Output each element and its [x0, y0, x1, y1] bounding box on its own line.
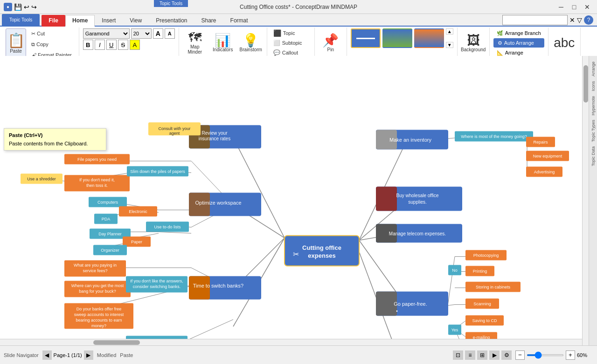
decrease-font-button[interactable]: A: [165, 28, 175, 39]
svg-rect-130: [376, 187, 397, 211]
copy-icon: ⧉: [31, 41, 35, 48]
help-icon[interactable]: ?: [584, 15, 593, 25]
horizontal-scroll-thumb[interactable]: [93, 340, 140, 345]
increase-font-button[interactable]: A: [153, 28, 163, 39]
zoom-slider[interactable]: [527, 354, 564, 356]
svg-text:New equipment: New equipment: [533, 154, 562, 158]
indicators-button[interactable]: 📊 Indicators: [211, 28, 235, 57]
theme-scroll-down[interactable]: ▼: [446, 42, 453, 48]
pin-button[interactable]: 📌 Pin: [319, 28, 343, 57]
svg-line-48: [448, 305, 455, 306]
status-right: ⊡ ≡ ⊞ ▶ ⚙ − + 60%: [453, 350, 593, 360]
svg-text:bearing accounts to earn: bearing accounts to earn: [76, 318, 122, 323]
fit-view-button[interactable]: ⊡: [453, 350, 463, 360]
svg-text:PDA: PDA: [102, 217, 111, 221]
topic-tools-header[interactable]: Topic Tools: [2, 14, 40, 26]
tab-file[interactable]: File: [42, 15, 65, 27]
panel-topic-data[interactable]: Topic Data: [591, 144, 596, 168]
canvas-area: Paste (Ctrl+V) Paste contents from the C…: [0, 56, 589, 345]
svg-text:Consult with your: Consult with your: [158, 126, 190, 131]
title-bar-left: ● 💾 ↩ ↪: [4, 3, 37, 11]
svg-text:If you don't need it,: If you don't need it,: [79, 178, 115, 182]
minimize-button[interactable]: ─: [555, 2, 567, 12]
horizontal-scrollbar[interactable]: [0, 339, 589, 345]
brainstorm-button[interactable]: 💡 Brainstorm: [239, 28, 263, 57]
theme-scroll-up[interactable]: ▲: [446, 28, 453, 34]
svg-text:What are you paying in: What are you paying in: [74, 263, 117, 268]
svg-text:agent: agent: [169, 131, 180, 136]
svg-text:Manage telecom expenses.: Manage telecom expenses.: [389, 231, 446, 236]
zoom-in-button[interactable]: +: [566, 350, 575, 360]
panel-topic-types[interactable]: Topic Types: [591, 118, 596, 144]
strikethrough-button[interactable]: S: [118, 40, 128, 50]
search-input[interactable]: [502, 15, 568, 25]
svg-text:•: •: [396, 309, 398, 314]
search-filter-icon[interactable]: ▽: [577, 16, 582, 24]
svg-text:Go paper-free.: Go paper-free.: [394, 301, 427, 307]
theme-1[interactable]: [351, 28, 381, 48]
undo-icon[interactable]: ↩: [24, 3, 29, 11]
underline-button[interactable]: U: [106, 40, 117, 50]
status-bar: Slide Navigator ◀ Page-1 (1/1) ▶ Modifie…: [0, 345, 597, 364]
background-label: Background: [461, 47, 486, 52]
copy-button[interactable]: ⧉ Copy: [28, 39, 75, 49]
panel-hypernote[interactable]: Hypernote: [591, 94, 596, 117]
font-size-select[interactable]: 20: [131, 28, 152, 39]
arrange-branch-button[interactable]: 🌿 Arrange Branch: [493, 28, 544, 38]
highlight-button[interactable]: A: [130, 40, 140, 50]
svg-text:supplies.: supplies.: [408, 199, 426, 205]
map-theme-content: ▲ ▼: [351, 28, 453, 55]
theme-2[interactable]: [382, 28, 412, 48]
settings2-button[interactable]: ⚙: [501, 350, 512, 360]
tab-home[interactable]: Home: [65, 15, 95, 27]
svg-text:Printing: Printing: [473, 269, 487, 274]
prev-page-button[interactable]: ◀: [42, 350, 52, 360]
close-button[interactable]: ✕: [581, 2, 593, 12]
theme-3[interactable]: [414, 28, 444, 48]
panel-icons[interactable]: Icons: [591, 79, 596, 93]
slide-navigator: Slide Navigator: [4, 352, 39, 358]
search-clear-icon[interactable]: ✕: [569, 16, 575, 24]
auto-arrange-button[interactable]: ⚙ Auto Arrange: [493, 38, 544, 48]
paste-button[interactable]: 📋 Paste: [6, 28, 26, 57]
tab-view[interactable]: View: [123, 15, 149, 27]
svg-text:Slim down the piles of papers: Slim down the piles of papers: [130, 169, 185, 174]
svg-text:money?: money?: [91, 323, 106, 328]
svg-text:If you don't like the answers,: If you don't like the answers,: [130, 279, 183, 283]
map-minder-label: Map Minder: [185, 44, 205, 55]
tab-insert[interactable]: Insert: [95, 15, 123, 27]
subtopic-button[interactable]: ⬜ Subtopic: [271, 38, 311, 48]
panel-arrange[interactable]: Arrange: [591, 60, 596, 78]
background-button[interactable]: 🖼 Background: [461, 28, 486, 57]
vertical-scroll-thumb[interactable]: [583, 65, 588, 103]
zoom-out-button[interactable]: −: [515, 350, 525, 360]
map-minder-button[interactable]: 🗺 Map Minder: [183, 28, 207, 57]
next-page-button[interactable]: ▶: [84, 350, 93, 360]
italic-button[interactable]: I: [95, 40, 105, 50]
auto-arrange-icon: ⚙: [498, 40, 502, 46]
font-face-select[interactable]: Garamond: [83, 28, 130, 39]
app-icon: ●: [4, 3, 12, 11]
save-icon[interactable]: 💾: [14, 3, 22, 11]
bold-button[interactable]: B: [83, 40, 93, 50]
topic-tools-tab[interactable]: Topic Tools: [154, 0, 188, 7]
topic-button[interactable]: ⬛ Topic: [271, 28, 311, 38]
tab-format[interactable]: Format: [223, 15, 255, 27]
maximize-button[interactable]: □: [568, 2, 580, 12]
pin-icon: 📌: [322, 34, 339, 47]
svg-text:Where can you get the most: Where can you get the most: [71, 283, 124, 288]
editing-button[interactable]: abc: [552, 28, 576, 57]
redo-icon[interactable]: ↪: [31, 3, 37, 11]
svg-text:sweep accounts to interest: sweep accounts to interest: [74, 312, 124, 317]
svg-text:File papers you need: File papers you need: [77, 157, 117, 162]
tab-presentation[interactable]: Presentation: [149, 15, 194, 27]
tab-share[interactable]: Share: [194, 15, 223, 27]
map-minder-icon: 🗺: [188, 31, 201, 44]
play-button[interactable]: ▶: [489, 350, 500, 360]
cut-button[interactable]: ✂ Cut: [28, 28, 75, 39]
align-button[interactable]: ≡: [465, 350, 475, 360]
grid-button[interactable]: ⊞: [477, 350, 487, 360]
tooltip-title: Paste (Ctrl+V): [9, 132, 101, 138]
svg-text:Day Planner: Day Planner: [98, 232, 122, 236]
vertical-scrollbar[interactable]: [582, 56, 589, 345]
